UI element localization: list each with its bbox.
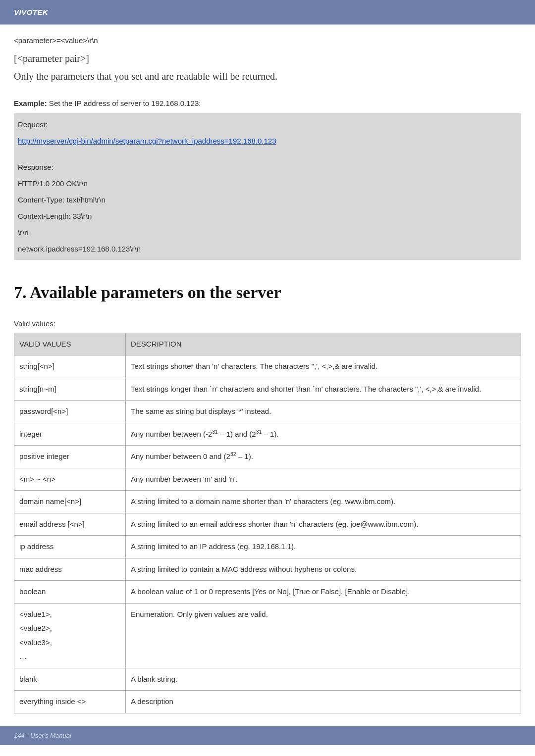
footer-text: 144 - User's Manual — [14, 732, 71, 739]
brand-header: VIVOTEK — [0, 0, 535, 25]
table-row: integerAny number between (-231 – 1) and… — [14, 423, 521, 446]
table-cell-desc: Text strings longer than `n' characters … — [126, 378, 521, 401]
table-row: booleanA boolean value of 1 or 0 represe… — [14, 581, 521, 604]
table-row: <m> ~ <n>Any number between 'm' and 'n'. — [14, 468, 521, 491]
preamble-line-2: [<parameter pair>] — [14, 51, 521, 65]
table-cell-value: string[<n>] — [14, 355, 126, 378]
table-row: blankA blank string. — [14, 668, 521, 691]
table-cell-desc: Text strings shorter than 'n' characters… — [126, 355, 521, 378]
table-cell-value: <value1>, <value2>, <value3>, … — [14, 603, 126, 668]
table-row: password[<n>]The same as string but disp… — [14, 401, 521, 423]
response-title: Response: — [18, 159, 517, 175]
example-label: Example: Set the IP address of server to… — [14, 98, 521, 108]
response-line-2: Content-Type: text/html\r\n — [18, 192, 517, 208]
example-bold: Example: — [14, 99, 47, 107]
valid-values-label: Valid values: — [14, 318, 521, 329]
response-line-4: \r\n — [18, 224, 517, 241]
table-cell-value: mac address — [14, 558, 126, 581]
table-cell-value: ip address — [14, 536, 126, 558]
table-cell-desc: A blank string. — [126, 668, 521, 691]
table-cell-desc: Enumeration. Only given values are valid… — [126, 603, 521, 668]
table-cell-desc: A string limited to a domain name shorte… — [126, 491, 521, 513]
table-cell-desc: Any number between 'm' and 'n'. — [126, 468, 521, 491]
page-content: <parameter>=<value>\r\n [<parameter pair… — [0, 25, 535, 718]
table-cell-value: <m> ~ <n> — [14, 468, 126, 491]
table-cell-value: everything inside <> — [14, 691, 126, 713]
table-cell-desc: A string limited to an email address sho… — [126, 513, 521, 536]
table-cell-desc: A string limited to contain a MAC addres… — [126, 558, 521, 581]
table-row: string[<n>]Text strings shorter than 'n'… — [14, 355, 521, 378]
table-cell-desc: Any number between (-231 – 1) and (231 –… — [126, 423, 521, 446]
table-row: <value1>, <value2>, <value3>, …Enumerati… — [14, 603, 521, 668]
table-cell-value: password[<n>] — [14, 401, 126, 423]
table-row: mac addressA string limited to contain a… — [14, 558, 521, 581]
request-title: Request: — [18, 116, 517, 133]
brand-text: VIVOTEK — [14, 8, 48, 16]
table-cell-desc: A boolean value of 1 or 0 represents [Ye… — [126, 581, 521, 604]
table-cell-value: boolean — [14, 581, 126, 604]
preamble-line-3: Only the parameters that you set and are… — [14, 69, 521, 83]
table-cell-value: positive integer — [14, 446, 126, 468]
table-row: string[n~m]Text strings longer than `n' … — [14, 378, 521, 401]
table-head-desc: DESCRIPTION — [126, 333, 521, 355]
preamble-line-1: <parameter>=<value>\r\n — [14, 35, 521, 46]
table-cell-value: string[n~m] — [14, 378, 126, 401]
request-url-link[interactable]: http://myserver/cgi-bin/admin/setparam.c… — [18, 137, 276, 145]
table-head-values: VALID VALUES — [14, 333, 126, 355]
page-footer: 144 - User's Manual — [0, 726, 535, 745]
response-line-5: network.ipaddress=192.168.0.123\r\n — [18, 241, 517, 257]
response-line-3: Context-Length: 33\r\n — [18, 208, 517, 224]
table-cell-desc: The same as string but displays '*' inst… — [126, 401, 521, 423]
request-box: Request: http://myserver/cgi-bin/admin/s… — [14, 113, 521, 260]
table-cell-value: integer — [14, 423, 126, 446]
valid-values-table: VALID VALUES DESCRIPTION string[<n>]Text… — [14, 333, 521, 713]
table-cell-value: email address [<n>] — [14, 513, 126, 536]
table-row: everything inside <>A description — [14, 691, 521, 713]
table-row: ip addressA string limited to an IP addr… — [14, 536, 521, 558]
table-cell-desc: A description — [126, 691, 521, 713]
table-cell-desc: Any number between 0 and (232 – 1). — [126, 446, 521, 468]
table-row: email address [<n>]A string limited to a… — [14, 513, 521, 536]
section-heading: 7. Available parameters on the server — [14, 281, 521, 304]
table-row: positive integerAny number between 0 and… — [14, 446, 521, 468]
table-cell-value: blank — [14, 668, 126, 691]
response-line-1: HTTP/1.0 200 OK\r\n — [18, 175, 517, 192]
table-row: domain name[<n>]A string limited to a do… — [14, 491, 521, 513]
example-rest: Set the IP address of server to 192.168.… — [47, 99, 201, 107]
table-cell-value: domain name[<n>] — [14, 491, 126, 513]
table-cell-desc: A string limited to an IP address (eg. 1… — [126, 536, 521, 558]
